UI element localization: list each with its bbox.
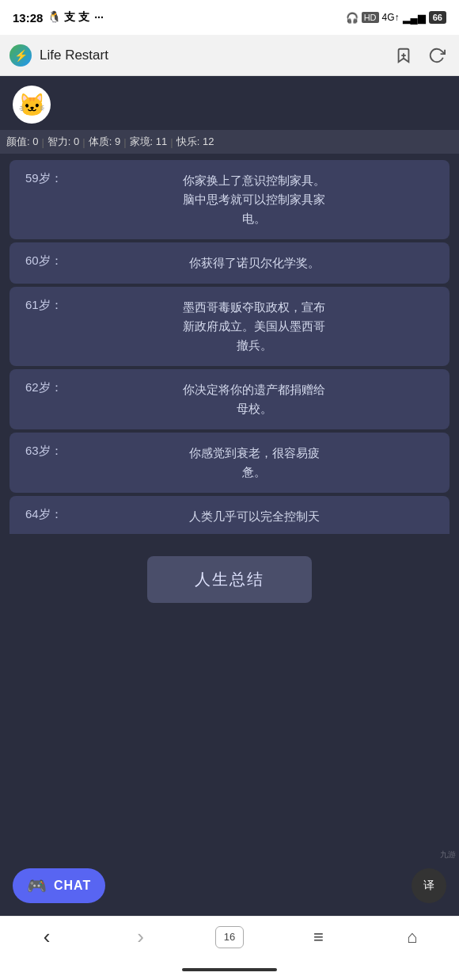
status-time: 13:28 🐧 支 支 ··· [13,10,104,25]
nav-menu-button[interactable]: ≡ [299,921,337,953]
app-icon: ⚡ [9,44,32,67]
watermark: 九游 [440,849,456,860]
event-item-59: 59岁： 你家换上了意识控制家具。脑中思考就可以控制家具家电。 [9,160,450,239]
event-age-60: 60岁： [25,254,65,273]
events-list: 59岁： 你家换上了意识控制家具。脑中思考就可以控制家具家电。 60岁： 你获得… [0,154,459,540]
browser-bar: ⚡ Life Restart [0,35,459,76]
status-indicators: 🎧 HD 4G↑ ▂▄▆ 66 [346,11,446,24]
event-item-63: 63岁： 你感觉到衰老，很容易疲惫。 [9,433,450,493]
stat-intelligence: 智力: 0 [47,135,79,149]
stat-family: 家境: 11 [130,135,168,149]
nav-back-button[interactable]: ‹ [28,921,66,953]
event-text-59: 你家换上了意识控制家具。脑中思考就可以控制家具家电。 [74,171,434,228]
home-bar [182,968,277,971]
stat-happiness: 快乐: 12 [176,135,214,149]
avatar: 🐱 [13,86,51,124]
event-age-62: 62岁： [25,380,65,418]
event-age-64: 64岁： [25,507,65,523]
game-area: 🐱 颜值: 0 | 智力: 0 | 体质: 9 | 家境: 11 | 快乐: 1… [0,76,459,916]
nav-home-button[interactable]: ⌂ [393,921,431,953]
wifi-bars: ▂▄▆ [403,12,426,24]
summary-button[interactable]: 人生总结 [147,556,312,603]
page-number[interactable]: 16 [215,926,244,948]
event-item-62: 62岁： 你决定将你的遗产都捐赠给母校。 [9,369,450,429]
translate-button[interactable]: 译 [412,868,446,903]
event-text-64: 人类几乎可以完全控制天 [74,507,434,523]
event-text-61: 墨西哥毒贩夺取政权，宣布新政府成立。美国从墨西哥撤兵。 [74,298,434,355]
event-text-60: 你获得了诺贝尔化学奖。 [74,254,434,273]
event-age-63: 63岁： [25,444,65,482]
event-item-60: 60岁： 你获得了诺贝尔化学奖。 [9,242,450,284]
chat-button[interactable]: 🎮 CHAT [13,868,105,903]
event-text-62: 你决定将你的遗产都捐赠给母校。 [74,380,434,418]
event-age-61: 61岁： [25,298,65,355]
battery-indicator: 66 [429,11,446,24]
stats-bar: 颜值: 0 | 智力: 0 | 体质: 9 | 家境: 11 | 快乐: 12 [0,130,459,154]
more-icon: ··· [94,11,104,24]
discord-icon: 🎮 [27,876,47,895]
nav-forward-button[interactable]: › [122,921,160,953]
signal-icon: 4G↑ [382,12,400,23]
event-item-61: 61岁： 墨西哥毒贩夺取政权，宣布新政府成立。美国从墨西哥撤兵。 [9,287,450,366]
notification-icons: 🐧 支 支 [47,10,89,25]
summary-area: 人生总结 [0,540,459,616]
status-bar: 13:28 🐧 支 支 ··· 🎧 HD 4G↑ ▂▄▆ 66 [0,0,459,35]
hd-badge: HD [362,12,379,23]
browser-action-buttons [391,43,450,68]
event-age-59: 59岁： [25,171,65,228]
bookmark-button[interactable] [391,43,416,68]
time-text: 13:28 [13,11,43,25]
headphone-icon: 🎧 [346,12,358,24]
event-text-63: 你感觉到衰老，很容易疲惫。 [74,444,434,482]
stat-appearance: 颜值: 0 [6,135,38,149]
avatar-area: 🐱 [0,76,459,130]
bottom-nav: ‹ › 16 ≡ ⌂ [0,916,459,960]
home-indicator [0,960,459,979]
event-item-64-partial: 64岁： 人类几乎可以完全控制天 [9,496,450,534]
translate-label: 译 [423,879,434,893]
chat-label: CHAT [54,879,91,893]
stat-constitution: 体质: 9 [89,135,120,149]
app-title: Life Restart [40,48,383,63]
refresh-button[interactable] [424,43,450,68]
